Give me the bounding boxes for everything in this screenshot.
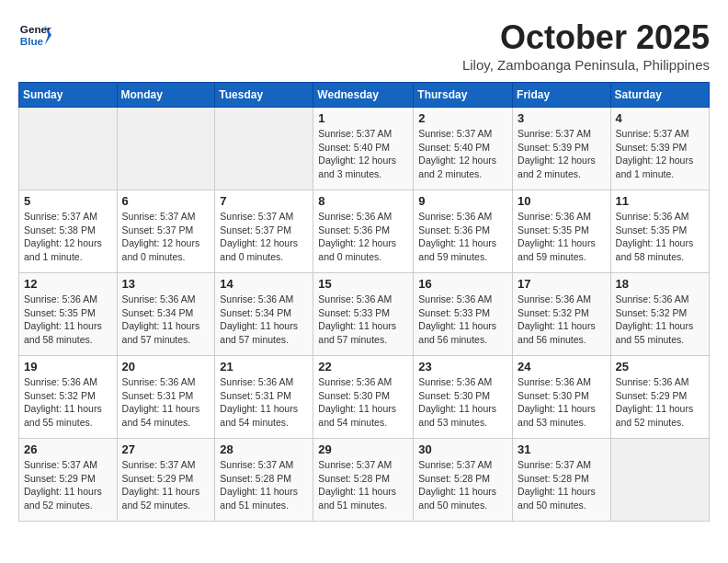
day-info-line: Sunrise: 5:36 AM [220, 375, 308, 389]
weekday-header-row: SundayMondayTuesdayWednesdayThursdayFrid… [19, 83, 710, 108]
calendar-day-13: 13Sunrise: 5:36 AMSunset: 5:34 PMDayligh… [117, 273, 215, 356]
day-info-line: and 59 minutes. [418, 250, 507, 264]
calendar-day-4: 4Sunrise: 5:37 AMSunset: 5:39 PMDaylight… [610, 108, 709, 190]
day-info-line: Daylight: 12 hours [122, 236, 210, 250]
day-info-line: Sunset: 5:28 PM [418, 472, 507, 486]
day-info-line: Sunrise: 5:37 AM [518, 458, 606, 472]
day-info-line: Sunrise: 5:36 AM [318, 375, 408, 389]
calendar-day-15: 15Sunrise: 5:36 AMSunset: 5:33 PMDayligh… [313, 273, 414, 356]
day-info-line: Sunrise: 5:37 AM [518, 127, 606, 141]
calendar-day-11: 11Sunrise: 5:36 AMSunset: 5:35 PMDayligh… [610, 190, 709, 273]
day-number: 3 [518, 111, 606, 125]
day-info-line: and 2 minutes. [418, 167, 507, 181]
weekday-header-sunday: Sunday [19, 83, 118, 108]
day-info-line: Sunset: 5:30 PM [518, 389, 606, 403]
weekday-header-wednesday: Wednesday [313, 83, 414, 108]
day-info-line: Daylight: 11 hours [122, 319, 210, 333]
day-info-line: Daylight: 11 hours [318, 319, 408, 333]
day-number: 9 [418, 194, 507, 208]
calendar-week-row: 5Sunrise: 5:37 AMSunset: 5:38 PMDaylight… [19, 190, 710, 273]
day-info-line: and 53 minutes. [518, 416, 606, 430]
day-info-line: Sunset: 5:29 PM [122, 472, 210, 486]
day-info-line: Sunrise: 5:37 AM [220, 210, 308, 224]
day-info-line: and 55 minutes. [24, 416, 112, 430]
page-header: General Blue October 2025 Liloy, Zamboan… [18, 18, 710, 73]
weekday-header-thursday: Thursday [414, 83, 513, 108]
day-info-line: Sunset: 5:37 PM [220, 224, 308, 237]
day-info-line: Sunset: 5:28 PM [518, 472, 606, 486]
day-info-line: Sunset: 5:37 PM [122, 224, 210, 237]
day-number: 19 [24, 360, 112, 373]
day-info-line: Sunset: 5:30 PM [318, 389, 408, 403]
calendar-week-row: 19Sunrise: 5:36 AMSunset: 5:32 PMDayligh… [19, 356, 710, 439]
day-info-line: and 1 minute. [24, 250, 112, 264]
day-info-line: Daylight: 11 hours [518, 402, 606, 416]
day-number: 11 [616, 194, 704, 208]
calendar-day-16: 16Sunrise: 5:36 AMSunset: 5:33 PMDayligh… [414, 273, 513, 356]
calendar-day-empty [117, 108, 215, 190]
day-info-line: Sunrise: 5:36 AM [518, 210, 606, 224]
calendar-day-10: 10Sunrise: 5:36 AMSunset: 5:35 PMDayligh… [513, 190, 611, 273]
general-blue-logo-icon: General Blue [18, 18, 51, 52]
day-info-line: Sunset: 5:34 PM [220, 306, 308, 320]
day-info-line: Sunrise: 5:36 AM [518, 293, 606, 306]
day-number: 5 [24, 194, 112, 208]
day-info-line: Sunrise: 5:36 AM [24, 375, 112, 389]
calendar-day-9: 9Sunrise: 5:36 AMSunset: 5:36 PMDaylight… [414, 190, 513, 273]
day-info-line: Sunset: 5:33 PM [418, 306, 507, 320]
day-info-line: Sunrise: 5:36 AM [616, 210, 704, 224]
day-info-line: Daylight: 12 hours [616, 154, 704, 167]
calendar-day-17: 17Sunrise: 5:36 AMSunset: 5:32 PMDayligh… [513, 273, 611, 356]
title-block: October 2025 Liloy, Zamboanga Peninsula,… [462, 18, 710, 73]
calendar-day-27: 27Sunrise: 5:37 AMSunset: 5:29 PMDayligh… [117, 439, 215, 522]
day-number: 30 [418, 442, 507, 456]
svg-text:Blue: Blue [20, 35, 44, 47]
day-number: 24 [518, 360, 606, 373]
day-number: 2 [418, 111, 507, 125]
day-info-line: Sunset: 5:40 PM [318, 141, 408, 155]
day-info-line: Sunset: 5:40 PM [418, 141, 507, 155]
day-info-line: Sunset: 5:34 PM [122, 306, 210, 320]
month-title: October 2025 [462, 18, 710, 57]
calendar-day-25: 25Sunrise: 5:36 AMSunset: 5:29 PMDayligh… [610, 356, 709, 439]
calendar-day-28: 28Sunrise: 5:37 AMSunset: 5:28 PMDayligh… [215, 439, 313, 522]
day-info-line: Sunrise: 5:36 AM [318, 210, 408, 224]
weekday-header-tuesday: Tuesday [215, 83, 313, 108]
day-info-line: Sunset: 5:31 PM [122, 389, 210, 403]
calendar-day-30: 30Sunrise: 5:37 AMSunset: 5:28 PMDayligh… [414, 439, 513, 522]
day-info-line: and 50 minutes. [518, 499, 606, 512]
day-info-line: Daylight: 12 hours [418, 154, 507, 167]
calendar-day-6: 6Sunrise: 5:37 AMSunset: 5:37 PMDaylight… [117, 190, 215, 273]
day-info-line: Daylight: 11 hours [24, 319, 112, 333]
calendar-day-22: 22Sunrise: 5:36 AMSunset: 5:30 PMDayligh… [313, 356, 414, 439]
day-info-line: Sunset: 5:35 PM [518, 224, 606, 237]
day-number: 15 [318, 277, 408, 291]
day-number: 26 [24, 442, 112, 456]
day-info-line: Sunset: 5:29 PM [24, 472, 112, 486]
day-info-line: Daylight: 11 hours [518, 319, 606, 333]
day-info-line: Sunset: 5:31 PM [220, 389, 308, 403]
day-number: 25 [616, 360, 704, 373]
day-number: 31 [518, 442, 606, 456]
calendar-day-2: 2Sunrise: 5:37 AMSunset: 5:40 PMDaylight… [414, 108, 513, 190]
calendar-day-31: 31Sunrise: 5:37 AMSunset: 5:28 PMDayligh… [513, 439, 611, 522]
day-number: 28 [220, 442, 308, 456]
calendar-day-5: 5Sunrise: 5:37 AMSunset: 5:38 PMDaylight… [19, 190, 118, 273]
day-info-line: and 50 minutes. [418, 499, 507, 512]
day-info-line: and 58 minutes. [24, 333, 112, 347]
day-info-line: Sunset: 5:28 PM [318, 472, 408, 486]
day-info-line: and 58 minutes. [616, 250, 704, 264]
day-info-line: and 51 minutes. [220, 499, 308, 512]
day-number: 20 [122, 360, 210, 373]
day-info-line: Sunrise: 5:37 AM [616, 127, 704, 141]
calendar-day-7: 7Sunrise: 5:37 AMSunset: 5:37 PMDaylight… [215, 190, 313, 273]
calendar-day-14: 14Sunrise: 5:36 AMSunset: 5:34 PMDayligh… [215, 273, 313, 356]
day-info-line: Daylight: 11 hours [318, 402, 408, 416]
day-info-line: Sunrise: 5:37 AM [318, 458, 408, 472]
calendar-day-empty [215, 108, 313, 190]
day-info-line: Sunset: 5:39 PM [518, 141, 606, 155]
day-info-line: and 56 minutes. [518, 333, 606, 347]
day-info-line: Daylight: 12 hours [220, 236, 308, 250]
day-info-line: Sunrise: 5:37 AM [122, 210, 210, 224]
calendar-table: SundayMondayTuesdayWednesdayThursdayFrid… [18, 82, 710, 522]
